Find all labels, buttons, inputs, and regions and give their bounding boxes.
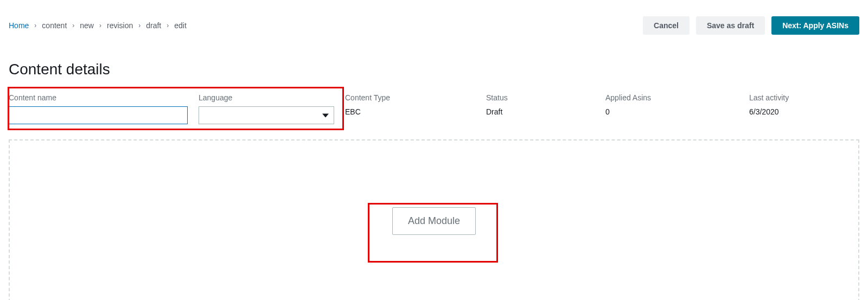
applied-asins-value: 0 <box>605 107 738 116</box>
content-name-field-group: Content name <box>9 93 188 124</box>
status-group: Status Draft <box>486 93 595 116</box>
breadcrumb-home-link[interactable]: Home <box>9 21 29 30</box>
chevron-right-icon: › <box>138 22 141 29</box>
page-title: Content details <box>9 61 863 78</box>
action-buttons: Cancel Save as draft Next: Apply ASINs <box>643 16 859 35</box>
breadcrumb-draft: draft <box>146 21 161 30</box>
save-draft-button[interactable]: Save as draft <box>696 16 765 35</box>
last-activity-group: Last activity 6/3/2020 <box>749 93 859 116</box>
next-apply-asins-button[interactable]: Next: Apply ASINs <box>771 16 859 35</box>
status-value: Draft <box>486 107 595 116</box>
breadcrumb: Home › content › new › revision › draft … <box>9 21 187 30</box>
breadcrumb-content: content <box>42 21 67 30</box>
breadcrumb-new: new <box>80 21 94 30</box>
chevron-right-icon: › <box>34 22 36 29</box>
status-label: Status <box>486 93 595 102</box>
last-activity-value: 6/3/2020 <box>749 107 859 116</box>
language-select[interactable] <box>199 106 334 124</box>
cancel-button[interactable]: Cancel <box>643 16 690 35</box>
content-type-group: Content Type EBC <box>345 93 475 116</box>
breadcrumb-edit: edit <box>174 21 187 30</box>
applied-asins-group: Applied Asins 0 <box>605 93 738 116</box>
content-name-input[interactable] <box>9 106 188 124</box>
applied-asins-label: Applied Asins <box>605 93 738 102</box>
add-module-button[interactable]: Add Module <box>392 207 476 235</box>
content-name-label: Content name <box>9 93 188 102</box>
chevron-right-icon: › <box>72 22 74 29</box>
top-bar: Home › content › new › revision › draft … <box>5 16 863 35</box>
language-select-wrapper <box>199 106 334 124</box>
last-activity-label: Last activity <box>749 93 859 102</box>
language-label: Language <box>199 93 334 102</box>
language-field-group: Language <box>199 93 334 124</box>
module-drop-area: Add Module <box>9 139 859 300</box>
content-type-value: EBC <box>345 107 475 116</box>
breadcrumb-revision: revision <box>107 21 133 30</box>
content-details-row: Content name Language Content Type EBC S… <box>5 93 863 139</box>
content-type-label: Content Type <box>345 93 475 102</box>
chevron-right-icon: › <box>99 22 101 29</box>
chevron-right-icon: › <box>167 22 169 29</box>
